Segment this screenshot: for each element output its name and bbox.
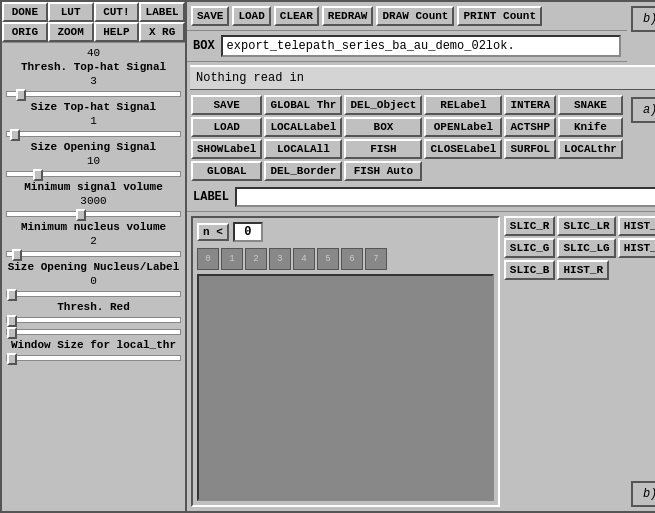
thumb-7[interactable]: 7 [365,248,387,270]
grid-open-label[interactable]: OPENLabel [424,117,502,137]
side-btn-row-0: SLIC_R SLIC_LR HIST_G [504,216,655,236]
grid-del-border[interactable]: DEL_Border [264,161,342,181]
done-button[interactable]: DONE [2,2,48,22]
min-nucleus-vol-label: Minimum nucleus volume [6,221,181,233]
clear-toolbar-button[interactable]: CLEAR [274,6,319,26]
grid-local-label[interactable]: LOCALLabel [264,117,342,137]
grid-global[interactable]: GLOBAL [191,161,262,181]
a-label: a) [631,97,655,123]
size-opening-label: Size Opening Signal [6,141,181,153]
thresh-tophat-value: 3 [6,75,181,87]
help-button[interactable]: HELP [94,22,140,42]
min-signal-vol-slider[interactable] [6,211,181,217]
min-signal-vol-value: 3000 [6,195,181,207]
min-nucleus-vol-value: 2 [6,235,181,247]
thumb-4[interactable]: 4 [293,248,315,270]
top-toolbar: SAVE LOAD CLEAR REDRAW DRAW Count PRINT … [187,2,627,31]
thresh-red-slider2[interactable] [6,329,181,335]
grid-actshp[interactable]: ACTSHP [504,117,556,137]
hist-b-button[interactable]: HIST_B [618,238,655,258]
thresh-red-label: Thresh. Red [6,301,181,313]
slic-lr-button[interactable]: SLIC_LR [557,216,615,236]
label-button[interactable]: LABEL [139,2,185,22]
left-panel: DONE LUT CUT! LABEL ORIG ZOOM HELP X RG … [2,2,187,511]
grid-load[interactable]: LOAD [191,117,262,137]
grid-show-label[interactable]: SHOWLabel [191,139,262,159]
label-text: LABEL [193,190,229,204]
save-toolbar-button[interactable]: SAVE [191,6,229,26]
zoom-button[interactable]: ZOOM [48,22,94,42]
grid-surfol[interactable]: SURFOL [504,139,556,159]
top-button-rows: DONE LUT CUT! LABEL ORIG ZOOM HELP X RG [2,2,185,43]
thumb-0[interactable]: 0 [197,248,219,270]
left-controls: 40 Thresh. Top-hat Signal 3 Size Top-hat… [2,43,185,511]
thumb-1[interactable]: 1 [221,248,243,270]
grid-knife[interactable]: Knife [558,117,623,137]
nav-num: 0 [233,222,263,242]
min-nucleus-vol-slider[interactable] [6,251,181,257]
box-input[interactable]: export_telepath_series_ba_au_demo_02lok. [221,35,621,57]
grid-intera[interactable]: INTERA [504,95,556,115]
thresh-red-slider[interactable] [6,317,181,323]
grid-fish-auto[interactable]: FISH Auto [344,161,422,181]
slic-r-button[interactable]: SLIC_R [504,216,556,236]
print-count-button[interactable]: PRINT Count [457,6,542,26]
min-signal-vol-label: Minimum signal volume [6,181,181,193]
bottom-section: n < 0 0 1 2 3 4 5 6 7 [187,212,655,511]
thumb-strip: 0 1 2 3 4 5 6 7 [197,248,494,270]
thumb-6[interactable]: 6 [341,248,363,270]
grid-close-label[interactable]: CLOSELabel [424,139,502,159]
side-btn-row-1: SLIC_G SLIC_LG HIST_B [504,238,655,258]
cut-button[interactable]: CUT! [94,2,140,22]
size-opening-slider[interactable] [6,171,181,177]
nav-prev-button[interactable]: n < [197,223,229,241]
draw-count-button[interactable]: DRAW Count [376,6,454,26]
grid-save[interactable]: SAVE [191,95,262,115]
nav-panel: n < 0 0 1 2 3 4 5 6 7 [191,216,500,507]
size-tophat-label: Size Top-hat Signal [6,101,181,113]
grid-local-all[interactable]: LOCALAll [264,139,342,159]
grid-box[interactable]: BOX [344,117,422,137]
size-tophat-slider[interactable] [6,131,181,137]
thumb-2[interactable]: 2 [245,248,267,270]
size-tophat-value: 1 [6,115,181,127]
size-opening-nucleus-label: Size Opening Nucleus/Label [6,261,181,273]
slic-g-button[interactable]: SLIC_G [504,238,556,258]
grid-global-thr[interactable]: GLOBAL Thr [264,95,342,115]
b-label-bottom: b) [631,481,655,507]
grid-relabel[interactable]: RELabel [424,95,502,115]
slic-lg-button[interactable]: SLIC_LG [557,238,615,258]
box-row: BOX export_telepath_series_ba_au_demo_02… [187,31,627,62]
hist-r-button[interactable]: HIST_R [557,260,609,280]
thresh-tophat-label: Thresh. Top-hat Signal [6,61,181,73]
lut-button[interactable]: LUT [48,2,94,22]
side-btn-row-2: SLIC_B HIST_R [504,260,655,280]
grid-fish[interactable]: FISH [344,139,422,159]
redraw-toolbar-button[interactable]: REDRAW [322,6,374,26]
size-opening-nucleus-value: 0 [6,275,181,287]
grid-snake[interactable]: SNAKE [558,95,623,115]
grid-local-thr[interactable]: LOCALthr [558,139,623,159]
window-size-label: Window Size for local_thr [6,339,181,351]
load-toolbar-button[interactable]: LOAD [232,6,270,26]
right-panel: SAVE LOAD CLEAR REDRAW DRAW Count PRINT … [187,2,655,511]
preview-area [197,274,494,501]
box-label: BOX [193,39,215,53]
counter-value: 40 [6,47,181,59]
b-label-top: b) [631,6,655,32]
size-opening-value: 10 [6,155,181,167]
hist-g-button[interactable]: HIST_G [618,216,655,236]
thumb-3[interactable]: 3 [269,248,291,270]
orig-button[interactable]: ORIG [2,22,48,42]
thumb-5[interactable]: 5 [317,248,339,270]
side-buttons: SLIC_R SLIC_LR HIST_G SLIC_G SLIC_LG HIS… [504,216,655,280]
thresh-tophat-slider[interactable] [6,91,181,97]
xrg-button[interactable]: X RG [139,22,185,42]
window-size-slider[interactable] [6,355,181,361]
grid-del-object[interactable]: DEL_Object [344,95,422,115]
status-bar: Nothing read in [190,65,655,90]
slic-b-button[interactable]: SLIC_B [504,260,556,280]
size-opening-nucleus-slider[interactable] [6,291,181,297]
label-input[interactable] [235,187,655,207]
nav-top: n < 0 [197,222,494,242]
